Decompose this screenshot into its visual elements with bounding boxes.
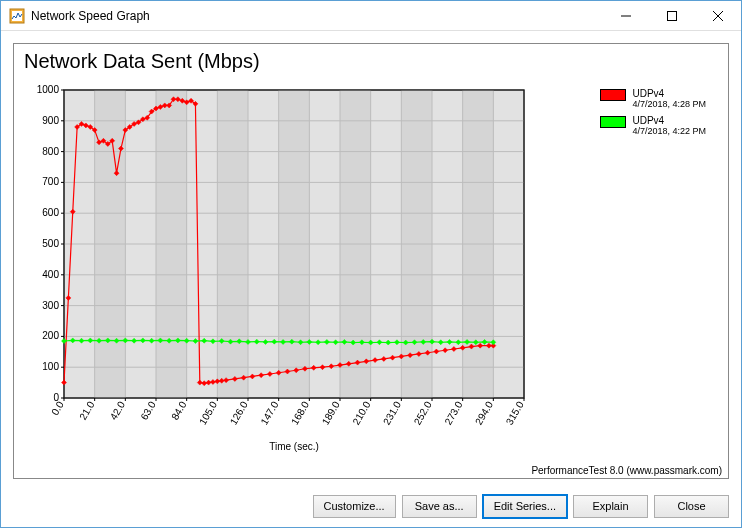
close-button[interactable] bbox=[695, 1, 741, 30]
svg-text:294.0: 294.0 bbox=[473, 399, 495, 427]
svg-text:Time (sec.): Time (sec.) bbox=[269, 441, 319, 452]
svg-text:21.0: 21.0 bbox=[77, 399, 96, 422]
svg-text:273.0: 273.0 bbox=[442, 399, 464, 427]
svg-text:400: 400 bbox=[42, 269, 59, 280]
minimize-button[interactable] bbox=[603, 1, 649, 30]
svg-text:200: 200 bbox=[42, 330, 59, 341]
svg-text:63.0: 63.0 bbox=[138, 399, 157, 422]
svg-text:210.0: 210.0 bbox=[350, 399, 372, 427]
svg-text:42.0: 42.0 bbox=[108, 399, 127, 422]
maximize-button[interactable] bbox=[649, 1, 695, 30]
window-title: Network Speed Graph bbox=[31, 9, 603, 23]
save-as-button[interactable]: Save as... bbox=[402, 495, 477, 518]
chart-body: 010020030040050060070080090010000.021.04… bbox=[24, 84, 718, 468]
chart-svg: 010020030040050060070080090010000.021.04… bbox=[24, 84, 714, 464]
chart-frame: Network Data Sent (Mbps) UDPv4 4/7/2018,… bbox=[13, 43, 729, 479]
svg-text:105.0: 105.0 bbox=[197, 399, 219, 427]
svg-text:500: 500 bbox=[42, 238, 59, 249]
svg-text:84.0: 84.0 bbox=[169, 399, 188, 422]
svg-text:100: 100 bbox=[42, 361, 59, 372]
titlebar: Network Speed Graph bbox=[1, 1, 741, 31]
customize-button[interactable]: Customize... bbox=[313, 495, 396, 518]
svg-text:315.0: 315.0 bbox=[504, 399, 526, 427]
svg-text:700: 700 bbox=[42, 176, 59, 187]
svg-text:0.0: 0.0 bbox=[49, 399, 66, 417]
app-icon bbox=[9, 8, 25, 24]
svg-text:600: 600 bbox=[42, 207, 59, 218]
edit-series-button[interactable]: Edit Series... bbox=[483, 495, 567, 518]
close-dialog-button[interactable]: Close bbox=[654, 495, 729, 518]
content-area: Network Data Sent (Mbps) UDPv4 4/7/2018,… bbox=[1, 31, 741, 487]
chart-title: Network Data Sent (Mbps) bbox=[14, 44, 728, 75]
svg-text:147.0: 147.0 bbox=[258, 399, 280, 427]
window-controls bbox=[603, 1, 741, 30]
svg-text:252.0: 252.0 bbox=[412, 399, 434, 427]
button-row: Customize... Save as... Edit Series... E… bbox=[1, 487, 741, 518]
explain-button[interactable]: Explain bbox=[573, 495, 648, 518]
svg-rect-3 bbox=[668, 11, 677, 20]
svg-text:168.0: 168.0 bbox=[289, 399, 311, 427]
svg-text:300: 300 bbox=[42, 300, 59, 311]
svg-text:189.0: 189.0 bbox=[320, 399, 342, 427]
footer-credit: PerformanceTest 8.0 (www.passmark.com) bbox=[531, 465, 722, 476]
svg-text:900: 900 bbox=[42, 115, 59, 126]
svg-text:126.0: 126.0 bbox=[228, 399, 250, 427]
svg-text:1000: 1000 bbox=[37, 84, 60, 95]
svg-text:800: 800 bbox=[42, 146, 59, 157]
svg-text:231.0: 231.0 bbox=[381, 399, 403, 427]
